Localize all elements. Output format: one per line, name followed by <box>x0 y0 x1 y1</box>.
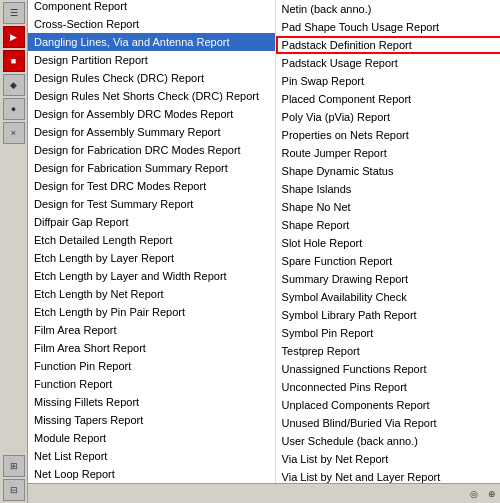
list-item[interactable]: Dangling Lines, Via and Antenna Report <box>28 33 275 51</box>
main-content: Assigned Function ReportBackdrill Report… <box>28 0 500 503</box>
list-item[interactable]: Design Rules Check (DRC) Report <box>28 69 275 87</box>
list-item[interactable]: Diffpair Gap Report <box>28 213 275 231</box>
list-item[interactable]: Properties on Nets Report <box>276 126 500 144</box>
list-item[interactable]: Design for Fabrication DRC Modes Report <box>28 141 275 159</box>
list-item[interactable]: Design for Fabrication Summary Report <box>28 159 275 177</box>
right-column: Netin (back anno.)Pad Shape Touch Usage … <box>276 0 500 483</box>
bottom-icon-1: ◎ <box>466 486 482 502</box>
list-item[interactable]: Via List by Net and Layer Report <box>276 468 500 483</box>
sidebar-icon-bottom-2[interactable]: ⊟ <box>3 479 25 501</box>
list-item[interactable]: Function Pin Report <box>28 357 275 375</box>
sidebar: ☰ ▶ ■ ◆ ● × ⊞ ⊟ <box>0 0 28 503</box>
list-item[interactable]: Unused Blind/Buried Via Report <box>276 414 500 432</box>
list-item[interactable]: Design for Test Summary Report <box>28 195 275 213</box>
list-item[interactable]: Function Report <box>28 375 275 393</box>
list-item[interactable]: Etch Length by Layer and Width Report <box>28 267 275 285</box>
list-item[interactable]: Poly Via (pVia) Report <box>276 108 500 126</box>
list-item[interactable]: Missing Tapers Report <box>28 411 275 429</box>
list-item[interactable]: Unconnected Pins Report <box>276 378 500 396</box>
list-item[interactable]: Spare Function Report <box>276 252 500 270</box>
list-item[interactable]: Placed Component Report <box>276 90 500 108</box>
sidebar-icon-4[interactable]: ◆ <box>3 74 25 96</box>
list-item[interactable]: Film Area Report <box>28 321 275 339</box>
list-item[interactable]: Symbol Library Path Report <box>276 306 500 324</box>
list-item[interactable]: Padstack Definition Report <box>276 36 500 54</box>
sidebar-icon-bottom-1[interactable]: ⊞ <box>3 455 25 477</box>
list-item[interactable]: Route Jumper Report <box>276 144 500 162</box>
list-item[interactable]: Missing Fillets Report <box>28 393 275 411</box>
sidebar-icon-1[interactable]: ☰ <box>3 2 25 24</box>
list-item[interactable]: Design for Test DRC Modes Report <box>28 177 275 195</box>
list-item[interactable]: Design Rules Net Shorts Check (DRC) Repo… <box>28 87 275 105</box>
list-item[interactable]: Unassigned Functions Report <box>276 360 500 378</box>
list-item[interactable]: Film Area Short Report <box>28 339 275 357</box>
list-item[interactable]: Pin Swap Report <box>276 72 500 90</box>
list-item[interactable]: Symbol Availability Check <box>276 288 500 306</box>
sidebar-icon-6[interactable]: × <box>3 122 25 144</box>
list-item[interactable]: Design Partition Report <box>28 51 275 69</box>
list-item[interactable]: Summary Drawing Report <box>276 270 500 288</box>
sidebar-icon-5[interactable]: ● <box>3 98 25 120</box>
list-item[interactable]: Symbol Pin Report <box>276 324 500 342</box>
list-item[interactable]: Padstack Usage Report <box>276 54 500 72</box>
list-item[interactable]: Etch Length by Layer Report <box>28 249 275 267</box>
list-item[interactable]: Unplaced Components Report <box>276 396 500 414</box>
list-item[interactable]: Netin (back anno.) <box>276 0 500 18</box>
list-item[interactable]: Shape No Net <box>276 198 500 216</box>
left-column: Assigned Function ReportBackdrill Report… <box>28 0 276 483</box>
list-item[interactable]: Pad Shape Touch Usage Report <box>276 18 500 36</box>
list-item[interactable]: Slot Hole Report <box>276 234 500 252</box>
list-item[interactable]: Etch Detailed Length Report <box>28 231 275 249</box>
bottom-bar: ◎ ⊕ ◉ <box>28 483 500 503</box>
list-item[interactable]: Component Report <box>28 0 275 15</box>
bottom-icon-2: ⊕ <box>484 486 500 502</box>
list-item[interactable]: User Schedule (back anno.) <box>276 432 500 450</box>
list-item[interactable]: Shape Islands <box>276 180 500 198</box>
list-item[interactable]: Etch Length by Pin Pair Report <box>28 303 275 321</box>
list-item[interactable]: Design for Assembly Summary Report <box>28 123 275 141</box>
list-item[interactable]: Net Loop Report <box>28 465 275 483</box>
sidebar-icon-2[interactable]: ▶ <box>3 26 25 48</box>
list-item[interactable]: Shape Dynamic Status <box>276 162 500 180</box>
list-item[interactable]: Module Report <box>28 429 275 447</box>
list-item[interactable]: Cross-Section Report <box>28 15 275 33</box>
list-item[interactable]: Via List by Net Report <box>276 450 500 468</box>
list-item[interactable]: Shape Report <box>276 216 500 234</box>
list-item[interactable]: Net List Report <box>28 447 275 465</box>
list-item[interactable]: Etch Length by Net Report <box>28 285 275 303</box>
list-item[interactable]: Design for Assembly DRC Modes Report <box>28 105 275 123</box>
list-item[interactable]: Testprep Report <box>276 342 500 360</box>
sidebar-icon-3[interactable]: ■ <box>3 50 25 72</box>
list-container: Assigned Function ReportBackdrill Report… <box>28 0 500 483</box>
